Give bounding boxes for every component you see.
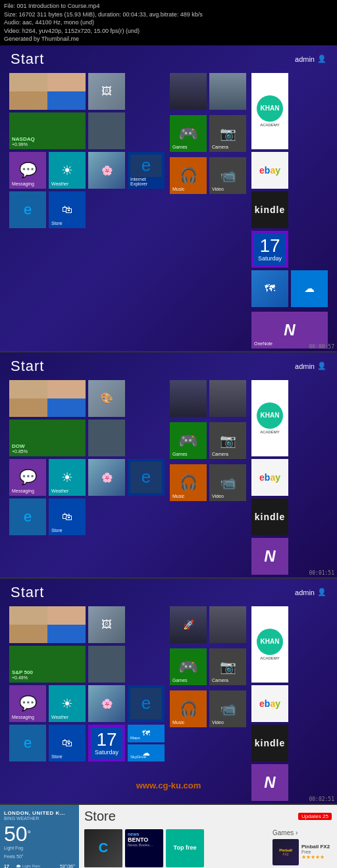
xbox-tile-3[interactable]: 🎮 Games xyxy=(170,648,207,685)
weather-tile-1[interactable]: ☀ Weather xyxy=(49,152,86,189)
ie-tile-3[interactable]: e xyxy=(128,685,165,722)
camera-tile-1[interactable]: 📷 Camera xyxy=(209,115,246,152)
khan-tile-2[interactable]: KHAN ACADEMY xyxy=(251,380,288,456)
xbox-tile-2[interactable]: 🎮 Games xyxy=(170,422,207,459)
cal-tile-1[interactable]: 17 Saturday xyxy=(251,231,288,268)
dow-tile-2[interactable]: DOW +0.85% xyxy=(9,420,86,456)
frame-timestamp-2: 00:01:51 xyxy=(309,570,334,576)
sp500-tile-3[interactable]: S&P 500 +0.49% xyxy=(9,646,86,683)
khan-tile-3[interactable]: KHAN ACADEMY xyxy=(251,606,288,683)
games-section-title[interactable]: Games › xyxy=(272,829,332,836)
camera-tile-3[interactable]: 📷 Camera xyxy=(209,648,246,685)
onenote-tile-2[interactable]: N xyxy=(251,538,288,575)
store-row-1: C C player Free ★★★★★ news BENTO xyxy=(84,829,269,868)
camera-tile-2[interactable]: 📷 Camera xyxy=(209,422,246,459)
cal-tile-3[interactable]: 17 Saturday xyxy=(88,725,125,761)
store-left-section: C C player Free ★★★★★ news BENTO xyxy=(84,829,269,868)
headphones-tile-2[interactable]: 🎧 Music xyxy=(170,464,207,501)
user-icon-2: 👤 xyxy=(317,362,326,370)
skydrive-tile-1[interactable]: ☁ SkyDrive xyxy=(291,270,328,307)
maps-tile-1[interactable]: 🗺 Maps xyxy=(251,270,288,307)
pinball-fx2-icon[interactable]: Pinball FX2 xyxy=(272,839,299,865)
ie-tile-2b[interactable]: e xyxy=(9,498,46,535)
photos-tile-1a[interactable]: 🖼 Photos xyxy=(88,73,125,110)
sports-tile-1[interactable]: FOX Sports... xyxy=(170,73,207,110)
skydrive-tile-3[interactable]: ☁ SkyDrive xyxy=(128,744,165,761)
trending-tile-3[interactable]: Trending xyxy=(209,606,246,643)
ie-tile-3b[interactable]: e xyxy=(9,725,46,761)
admin-label-1: admin xyxy=(295,55,315,63)
people-tile-1[interactable]: SeniorPeopleMeet... xyxy=(9,73,86,110)
ebay-tile-3[interactable]: ebay xyxy=(251,685,288,722)
pinball-fx2-name: Pinball FX2 xyxy=(301,844,332,850)
kindle-tile-2[interactable]: kindle xyxy=(251,498,288,535)
start-title-2: Start xyxy=(11,358,44,375)
msg-tile-2[interactable]: 💬 Messaging xyxy=(9,459,46,496)
c-player-tile[interactable]: C xyxy=(84,829,122,867)
msg-tile-1[interactable]: 💬 Messaging xyxy=(9,152,46,189)
ie-tile-1b[interactable]: e xyxy=(9,191,46,228)
flowers-tile-2[interactable]: 🌸 xyxy=(88,459,125,496)
store-tile-3[interactable]: 🛍 Store xyxy=(49,725,86,761)
weather-panel: LONDON, UNITED K... BING WEATHER 50° Lig… xyxy=(0,805,79,868)
store-tile-1[interactable]: 🛍 Store xyxy=(49,191,86,228)
headphones-tile-3[interactable]: 🎧 Music xyxy=(170,690,207,727)
weather-city: LONDON, UNITED K... xyxy=(4,810,75,816)
store-title: Store xyxy=(84,809,116,824)
weather-tile-3[interactable]: ☀ Weather xyxy=(49,685,86,722)
xbox-tile-1[interactable]: 🎮 Games xyxy=(170,115,207,152)
people-tile-2[interactable]: Christian / Mingle xyxy=(9,380,86,417)
ie-tile-1[interactable]: e Internet Explorer xyxy=(128,152,165,189)
store-panel: Store Updates 25 C xyxy=(79,805,337,868)
forecast-row-17: 17 🌧 Light Rain 53°/36° xyxy=(4,863,75,868)
rocket-tile-3[interactable]: 🚀 xyxy=(170,606,207,643)
pinball-fx2-stars: ★★★★★ xyxy=(301,854,332,860)
user-icon-1: 👤 xyxy=(317,55,326,63)
budapest-tile-1[interactable]: Budapest, Hungary xyxy=(209,73,246,110)
weather-source: BING WEATHER xyxy=(4,816,75,821)
photo-news-1[interactable]: Egypt opens... xyxy=(88,112,125,149)
onenote-tile-1[interactable]: N OneNote xyxy=(251,312,328,349)
sports-tile-2[interactable]: FOX Sports... xyxy=(170,380,207,417)
store-right-section: Games › Pinball FX2 Pinball FX2 Free xyxy=(272,829,332,868)
onenote-tile-3[interactable]: N xyxy=(251,764,288,801)
store-tile-2[interactable]: 🛍 Store xyxy=(49,498,86,535)
file-info-line5: Generated by Thumbnail.me xyxy=(4,35,333,43)
ebay-tile-1[interactable]: ebay xyxy=(251,152,288,189)
top-free-tile[interactable]: Top free xyxy=(166,829,204,867)
maps-tile-3[interactable]: 🗺 Maps xyxy=(128,725,165,742)
khan-tile-1[interactable]: KHAN ACADEMY xyxy=(251,73,288,149)
c-player-item[interactable]: C C player Free ★★★★★ xyxy=(84,829,122,868)
news-bento-tile[interactable]: news BENTO News Books... xyxy=(125,829,163,867)
ie-tile-2[interactable]: e xyxy=(128,459,165,496)
people-tile-3[interactable]: Christian / Mingle xyxy=(9,606,86,643)
news-bento-item[interactable]: news BENTO News Books... News Bento ★★★★… xyxy=(125,829,163,868)
updates-badge[interactable]: Updates 25 xyxy=(298,813,332,820)
pinball-fx2-item[interactable]: Pinball FX2 Pinball FX2 Free ★★★★★ xyxy=(272,839,332,865)
headphones-tile-1[interactable]: 🎧 Music xyxy=(170,157,207,194)
flowers-tile-3[interactable]: 🌸 xyxy=(88,685,125,722)
admin-bar-3: admin 👤 xyxy=(295,588,326,596)
ebay-tile-2[interactable]: ebay xyxy=(251,459,288,496)
kindle-tile-1[interactable]: kindle xyxy=(251,191,288,228)
video-tile-2[interactable]: 📹 Video xyxy=(209,464,246,501)
file-info-line3: Audio: aac, 44100 Hz, mono (und) xyxy=(4,18,333,27)
weather-unit: ° xyxy=(28,829,32,839)
video-frame-4: LONDON, UNITED K... BING WEATHER 50° Lig… xyxy=(0,805,337,868)
admin-bar-1: admin 👤 xyxy=(295,55,326,63)
store-header: Store Updates 25 xyxy=(84,809,332,824)
video-tile-1[interactable]: 📹 Video xyxy=(209,157,246,194)
photos-tile-3[interactable]: 🖼 Photos xyxy=(88,606,125,643)
start-title-3: Start xyxy=(11,584,44,601)
video-tile-3[interactable]: 📹 Video xyxy=(209,690,246,727)
trending-tile-2[interactable]: Trending xyxy=(209,380,246,417)
photo-news-2[interactable]: Egypt opens... xyxy=(88,420,125,456)
photos-tile-2[interactable]: 🎨 Photos xyxy=(88,380,125,417)
nasdaq-tile-1[interactable]: NASDAQ +0.99% xyxy=(9,112,86,149)
weather-tile-2[interactable]: ☀ Weather xyxy=(49,459,86,496)
forecast-list: 17 🌧 Light Rain 53°/36° 18 🌧 Mostly Clou… xyxy=(4,863,75,868)
msg-tile-3[interactable]: 💬 Messaging xyxy=(9,685,46,722)
flowers-tile-1[interactable]: 🌸 xyxy=(88,152,125,189)
photo-news-3[interactable]: Egypt opens... xyxy=(88,646,125,683)
kindle-tile-3[interactable]: kindle xyxy=(251,725,288,761)
